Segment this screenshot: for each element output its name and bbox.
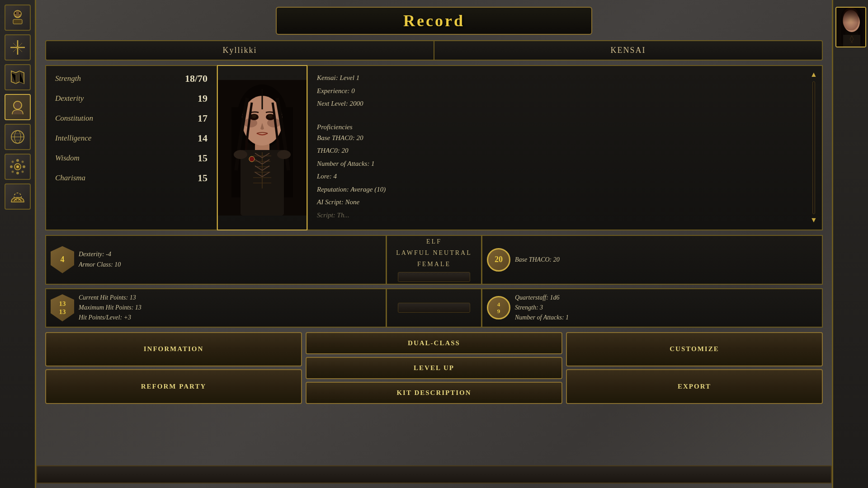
center-btn-group: DUAL-CLASS LEVEL UP KIT DESCRIPTION [306, 332, 562, 404]
constitution-label: Constitution [55, 114, 93, 123]
dex-modifier-label: Dexterity: -4 [79, 249, 381, 259]
dice-badge: 4 9 [487, 296, 510, 319]
svg-point-17 [23, 165, 25, 168]
thaco-card-text: Base THACO: 20 [515, 255, 817, 265]
hp-level-label: Hit Points/Level: +3 [79, 313, 381, 323]
sidebar-item-options[interactable] [5, 154, 31, 180]
portrait-panel [217, 65, 307, 230]
title-bar: Record [45, 7, 823, 35]
reform-party-button[interactable]: REFORM PARTY [45, 369, 302, 404]
information-button[interactable]: INFORMATION [45, 332, 302, 367]
info-line-6: Number of Attacks: 1 [317, 159, 799, 169]
svg-point-27 [844, 12, 860, 32]
shield-value: 4 [61, 255, 65, 264]
right-sidebar [832, 0, 868, 488]
main-content: Record Kyllikki KENSAI Strength 18/70 De… [36, 0, 832, 488]
shield-badge: 4 [51, 246, 74, 273]
sidebar-item-record[interactable] [5, 94, 31, 120]
charisma-label: Charisma [55, 174, 85, 183]
svg-point-19 [21, 161, 24, 163]
weapon-strength-label: Strength: 3 [515, 303, 817, 313]
info-scrollbar[interactable]: ▲ ▼ [809, 70, 818, 225]
title-frame: Record [276, 7, 592, 35]
character-portrait-thumbnail[interactable] [835, 7, 866, 47]
sidebar-item-rest[interactable] [5, 183, 31, 210]
intelligence-row: Intelligence 14 [55, 132, 208, 144]
center-separator-bar [398, 272, 470, 282]
left-sidebar [0, 0, 36, 488]
character-class: KENSAI [611, 46, 646, 55]
svg-point-18 [11, 161, 14, 163]
svg-rect-31 [843, 35, 860, 47]
info-line-10: Script: Th... [317, 210, 799, 221]
svg-point-21 [21, 171, 24, 173]
svg-point-13 [16, 165, 19, 168]
svg-point-15 [16, 172, 19, 174]
charisma-value: 15 [198, 172, 208, 184]
weapon-card-text: Quarterstaff: 1d6 Strength: 3 Number of … [515, 293, 817, 323]
scroll-up-arrow[interactable]: ▲ [810, 70, 818, 80]
info-line-1: Kensai: Level 1 [317, 73, 799, 83]
svg-point-14 [16, 159, 19, 162]
export-button[interactable]: EXPORT [566, 369, 823, 404]
svg-point-6 [14, 101, 22, 109]
svg-point-52 [249, 156, 255, 162]
svg-point-29 [854, 19, 857, 22]
svg-point-1 [14, 12, 16, 14]
wisdom-row: Wisdom 15 [55, 152, 208, 164]
main-background: Record Kyllikki KENSAI Strength 18/70 De… [0, 0, 868, 488]
svg-rect-3 [13, 19, 22, 24]
sidebar-item-worldmap[interactable] [5, 124, 31, 150]
thaco-label: Base THACO: 20 [515, 255, 817, 265]
race-label: ELF [396, 236, 472, 247]
hp-badge: 13 13 [51, 294, 74, 321]
strength-value: 18/70 [185, 73, 208, 84]
info-line-8: Reputation: Average (10) [317, 184, 799, 195]
bottom-stats-row-2: 13 13 Current Hit Points: 13 Maximum Hit… [45, 288, 823, 328]
svg-point-43 [268, 114, 273, 118]
alignment-label: LAWFUL NEUTRAL [396, 247, 472, 258]
strength-label: Strength [55, 74, 81, 83]
level-up-button[interactable]: LEVEL UP [306, 357, 562, 379]
character-name: Kyllikki [222, 46, 257, 55]
ac-card-text: Dexterity: -4 Armor Class: 10 [79, 249, 381, 270]
info-line-7: Lore: 4 [317, 171, 799, 182]
constitution-row: Constitution 17 [55, 113, 208, 124]
thaco-card: 20 Base THACO: 20 [481, 235, 823, 285]
character-name-section: Kyllikki [46, 41, 434, 60]
svg-point-53 [234, 150, 247, 159]
constitution-value: 17 [198, 113, 208, 124]
character-class-section: KENSAI [434, 41, 822, 60]
bottom-stats-row: 4 Dexterity: -4 Armor Class: 10 ELF LAWF… [45, 235, 823, 285]
name-class-bar: Kyllikki KENSAI [45, 40, 823, 61]
charisma-row: Charisma 15 [55, 172, 208, 184]
record-title: Record [403, 12, 465, 30]
svg-point-2 [19, 12, 21, 14]
sidebar-item-journal[interactable] [5, 5, 31, 31]
weapon-attacks-label: Number of Attacks: 1 [515, 313, 817, 323]
cur-hp-label: Current Hit Points: 13 [79, 293, 381, 303]
sidebar-item-inventory[interactable] [5, 34, 31, 61]
info-line-9: AI Script: None [317, 197, 799, 207]
info-line-4: Base THAC0: 20 [317, 133, 799, 143]
customize-button[interactable]: CUSTOMIZE [566, 332, 823, 367]
hp-bot-value: 13 [59, 308, 66, 316]
kit-description-button[interactable]: KIT DESCRIPTION [306, 382, 562, 404]
svg-point-54 [277, 150, 291, 159]
scroll-down-arrow[interactable]: ▼ [810, 216, 818, 225]
sidebar-item-map[interactable] [5, 64, 31, 90]
wisdom-value: 15 [198, 152, 208, 164]
wisdom-label: Wisdom [55, 154, 80, 163]
dice-bot: 9 [497, 308, 500, 315]
strength-row: Strength 18/70 [55, 73, 208, 84]
center-info: ELF LAWFUL NEUTRAL FEMALE [396, 236, 472, 284]
info-line-3: Next Level: 2000 [317, 99, 799, 109]
dual-class-button[interactable]: DUAL-CLASS [306, 332, 562, 354]
hp-card-text: Current Hit Points: 13 Maximum Hit Point… [79, 293, 381, 323]
info-line-2: Experience: 0 [317, 86, 799, 96]
left-btn-group: INFORMATION REFORM PARTY [45, 332, 302, 404]
dexterity-row: Dexterity 19 [55, 93, 208, 104]
character-portrait [218, 80, 307, 216]
svg-point-16 [10, 165, 13, 168]
svg-point-20 [11, 171, 14, 173]
